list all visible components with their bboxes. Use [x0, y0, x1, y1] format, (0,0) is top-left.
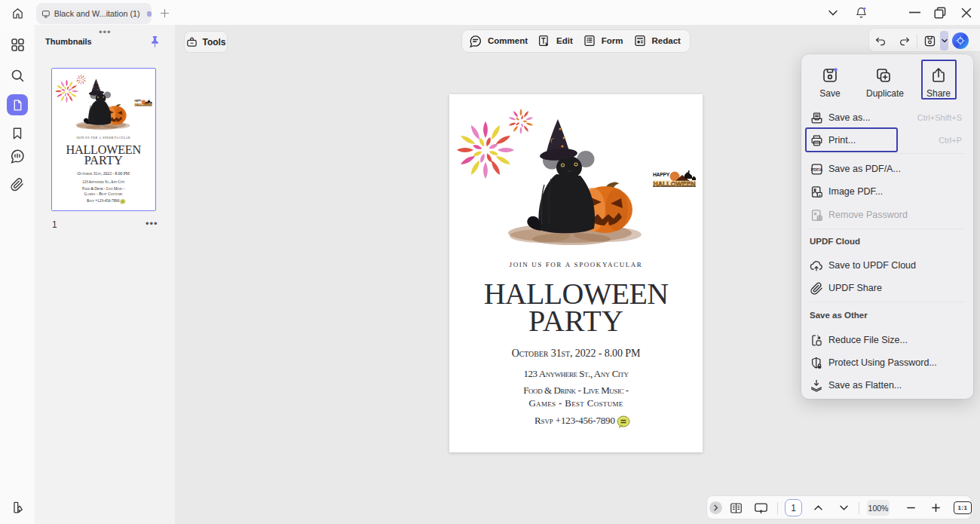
- svg-text:HALLOWEEN: HALLOWEEN: [654, 180, 696, 188]
- svg-text:HALLOWEEN: HALLOWEEN: [135, 103, 152, 106]
- svg-text:HAPPY: HAPPY: [135, 100, 142, 103]
- svg-text:PDF/A: PDF/A: [810, 167, 822, 171]
- svg-text:HAPPY: HAPPY: [653, 172, 670, 177]
